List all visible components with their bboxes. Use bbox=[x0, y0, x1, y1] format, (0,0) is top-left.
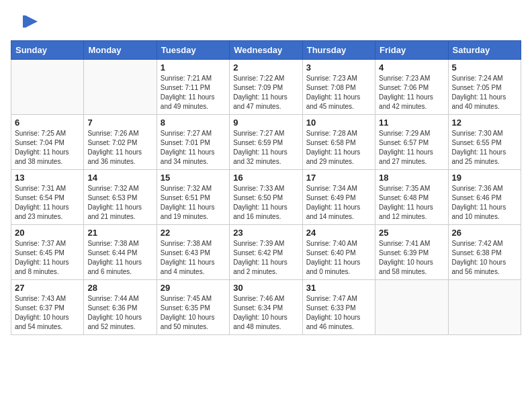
day-number: 2 bbox=[233, 62, 298, 73]
day-header-saturday: Saturday bbox=[448, 41, 521, 60]
day-info: Sunrise: 7:32 AM Sunset: 6:53 PM Dayligh… bbox=[87, 184, 152, 222]
calendar-cell: 31Sunrise: 7:47 AM Sunset: 6:33 PM Dayli… bbox=[302, 280, 375, 335]
calendar-cell: 7Sunrise: 7:26 AM Sunset: 7:02 PM Daylig… bbox=[84, 115, 157, 170]
day-info: Sunrise: 7:23 AM Sunset: 7:06 PM Dayligh… bbox=[379, 74, 444, 111]
calendar-cell: 21Sunrise: 7:38 AM Sunset: 6:44 PM Dayli… bbox=[84, 225, 157, 280]
calendar-cell: 27Sunrise: 7:43 AM Sunset: 6:37 PM Dayli… bbox=[11, 280, 84, 335]
day-info: Sunrise: 7:22 AM Sunset: 7:09 PM Dayligh… bbox=[233, 74, 298, 111]
day-number: 18 bbox=[379, 173, 444, 183]
day-info: Sunrise: 7:25 AM Sunset: 7:04 PM Dayligh… bbox=[15, 129, 80, 167]
day-number: 30 bbox=[233, 283, 298, 293]
calendar-cell bbox=[448, 280, 521, 335]
day-number: 16 bbox=[233, 173, 298, 183]
calendar-cell: 17Sunrise: 7:34 AM Sunset: 6:49 PM Dayli… bbox=[302, 170, 375, 225]
day-info: Sunrise: 7:28 AM Sunset: 6:58 PM Dayligh… bbox=[306, 129, 371, 167]
day-info: Sunrise: 7:21 AM Sunset: 7:11 PM Dayligh… bbox=[161, 74, 226, 111]
calendar-cell bbox=[375, 280, 448, 335]
day-number: 13 bbox=[15, 173, 80, 183]
day-info: Sunrise: 7:33 AM Sunset: 6:50 PM Dayligh… bbox=[233, 184, 298, 222]
day-header-sunday: Sunday bbox=[11, 41, 84, 60]
calendar-cell bbox=[11, 60, 84, 115]
day-number: 29 bbox=[161, 283, 226, 293]
day-number: 24 bbox=[306, 228, 371, 238]
calendar-table: SundayMondayTuesdayWednesdayThursdayFrid… bbox=[11, 40, 521, 335]
day-number: 12 bbox=[452, 118, 517, 128]
calendar-cell: 10Sunrise: 7:28 AM Sunset: 6:58 PM Dayli… bbox=[302, 115, 375, 170]
calendar-cell: 15Sunrise: 7:32 AM Sunset: 6:51 PM Dayli… bbox=[157, 170, 229, 225]
calendar-cell: 13Sunrise: 7:31 AM Sunset: 6:54 PM Dayli… bbox=[11, 170, 84, 225]
day-info: Sunrise: 7:23 AM Sunset: 7:08 PM Dayligh… bbox=[306, 74, 371, 111]
day-number: 7 bbox=[87, 118, 152, 128]
calendar-wrapper: SundayMondayTuesdayWednesdayThursdayFrid… bbox=[0, 40, 532, 340]
logo bbox=[16, 12, 39, 35]
calendar-cell: 6Sunrise: 7:25 AM Sunset: 7:04 PM Daylig… bbox=[11, 115, 84, 170]
calendar-cell: 8Sunrise: 7:27 AM Sunset: 7:01 PM Daylig… bbox=[157, 115, 229, 170]
day-number: 27 bbox=[15, 283, 80, 293]
calendar-cell: 19Sunrise: 7:36 AM Sunset: 6:46 PM Dayli… bbox=[448, 170, 521, 225]
day-info: Sunrise: 7:27 AM Sunset: 7:01 PM Dayligh… bbox=[161, 129, 226, 167]
calendar-cell: 1Sunrise: 7:21 AM Sunset: 7:11 PM Daylig… bbox=[157, 60, 229, 115]
calendar-cell bbox=[84, 60, 157, 115]
calendar-cell: 11Sunrise: 7:29 AM Sunset: 6:57 PM Dayli… bbox=[375, 115, 448, 170]
day-number: 21 bbox=[87, 228, 152, 238]
calendar-cell: 5Sunrise: 7:24 AM Sunset: 7:05 PM Daylig… bbox=[448, 60, 521, 115]
calendar-cell: 2Sunrise: 7:22 AM Sunset: 7:09 PM Daylig… bbox=[230, 60, 302, 115]
logo-icon bbox=[19, 12, 39, 35]
week-row-0: 1Sunrise: 7:21 AM Sunset: 7:11 PM Daylig… bbox=[11, 60, 521, 115]
calendar-cell: 26Sunrise: 7:42 AM Sunset: 6:38 PM Dayli… bbox=[448, 225, 521, 280]
day-info: Sunrise: 7:34 AM Sunset: 6:49 PM Dayligh… bbox=[306, 184, 371, 222]
day-info: Sunrise: 7:40 AM Sunset: 6:40 PM Dayligh… bbox=[306, 239, 371, 277]
day-number: 4 bbox=[379, 62, 444, 73]
day-info: Sunrise: 7:30 AM Sunset: 6:55 PM Dayligh… bbox=[452, 129, 517, 167]
day-info: Sunrise: 7:38 AM Sunset: 6:44 PM Dayligh… bbox=[87, 239, 152, 277]
day-info: Sunrise: 7:41 AM Sunset: 6:39 PM Dayligh… bbox=[379, 239, 444, 277]
day-info: Sunrise: 7:44 AM Sunset: 6:36 PM Dayligh… bbox=[87, 294, 152, 332]
header bbox=[0, 0, 532, 40]
day-info: Sunrise: 7:36 AM Sunset: 6:46 PM Dayligh… bbox=[452, 184, 517, 222]
day-number: 1 bbox=[161, 62, 226, 73]
day-info: Sunrise: 7:38 AM Sunset: 6:43 PM Dayligh… bbox=[161, 239, 226, 277]
day-info: Sunrise: 7:29 AM Sunset: 6:57 PM Dayligh… bbox=[379, 129, 444, 167]
calendar-cell: 9Sunrise: 7:27 AM Sunset: 6:59 PM Daylig… bbox=[230, 115, 302, 170]
day-info: Sunrise: 7:43 AM Sunset: 6:37 PM Dayligh… bbox=[15, 294, 80, 332]
day-number: 8 bbox=[161, 118, 226, 128]
calendar-cell: 28Sunrise: 7:44 AM Sunset: 6:36 PM Dayli… bbox=[84, 280, 157, 335]
calendar-cell: 23Sunrise: 7:39 AM Sunset: 6:42 PM Dayli… bbox=[230, 225, 302, 280]
day-header-thursday: Thursday bbox=[302, 41, 375, 60]
calendar-cell: 20Sunrise: 7:37 AM Sunset: 6:45 PM Dayli… bbox=[11, 225, 84, 280]
calendar-cell: 29Sunrise: 7:45 AM Sunset: 6:35 PM Dayli… bbox=[157, 280, 229, 335]
day-info: Sunrise: 7:46 AM Sunset: 6:34 PM Dayligh… bbox=[233, 294, 298, 332]
day-info: Sunrise: 7:24 AM Sunset: 7:05 PM Dayligh… bbox=[452, 74, 517, 111]
day-info: Sunrise: 7:47 AM Sunset: 6:33 PM Dayligh… bbox=[306, 294, 371, 332]
day-header-friday: Friday bbox=[375, 41, 448, 60]
day-number: 26 bbox=[452, 228, 517, 238]
day-info: Sunrise: 7:45 AM Sunset: 6:35 PM Dayligh… bbox=[161, 294, 226, 332]
day-number: 23 bbox=[233, 228, 298, 238]
calendar-header: SundayMondayTuesdayWednesdayThursdayFrid… bbox=[11, 41, 521, 60]
day-number: 14 bbox=[87, 173, 152, 183]
calendar-cell: 16Sunrise: 7:33 AM Sunset: 6:50 PM Dayli… bbox=[230, 170, 302, 225]
day-number: 6 bbox=[15, 118, 80, 128]
day-number: 3 bbox=[306, 62, 371, 73]
day-number: 11 bbox=[379, 118, 444, 128]
day-number: 10 bbox=[306, 118, 371, 128]
day-info: Sunrise: 7:35 AM Sunset: 6:48 PM Dayligh… bbox=[379, 184, 444, 222]
week-row-4: 27Sunrise: 7:43 AM Sunset: 6:37 PM Dayli… bbox=[11, 280, 521, 335]
day-info: Sunrise: 7:39 AM Sunset: 6:42 PM Dayligh… bbox=[233, 239, 298, 277]
day-info: Sunrise: 7:27 AM Sunset: 6:59 PM Dayligh… bbox=[233, 129, 298, 167]
day-number: 17 bbox=[306, 173, 371, 183]
calendar-cell: 14Sunrise: 7:32 AM Sunset: 6:53 PM Dayli… bbox=[84, 170, 157, 225]
calendar-cell: 4Sunrise: 7:23 AM Sunset: 7:06 PM Daylig… bbox=[375, 60, 448, 115]
day-number: 20 bbox=[15, 228, 80, 238]
day-info: Sunrise: 7:32 AM Sunset: 6:51 PM Dayligh… bbox=[161, 184, 226, 222]
week-row-1: 6Sunrise: 7:25 AM Sunset: 7:04 PM Daylig… bbox=[11, 115, 521, 170]
svg-rect-1 bbox=[23, 15, 26, 28]
svg-marker-0 bbox=[26, 15, 38, 28]
day-info: Sunrise: 7:26 AM Sunset: 7:02 PM Dayligh… bbox=[87, 129, 152, 167]
calendar-cell: 24Sunrise: 7:40 AM Sunset: 6:40 PM Dayli… bbox=[302, 225, 375, 280]
day-number: 31 bbox=[306, 283, 371, 293]
day-number: 28 bbox=[87, 283, 152, 293]
calendar-cell: 30Sunrise: 7:46 AM Sunset: 6:34 PM Dayli… bbox=[230, 280, 302, 335]
day-info: Sunrise: 7:37 AM Sunset: 6:45 PM Dayligh… bbox=[15, 239, 80, 277]
calendar-cell: 22Sunrise: 7:38 AM Sunset: 6:43 PM Dayli… bbox=[157, 225, 229, 280]
